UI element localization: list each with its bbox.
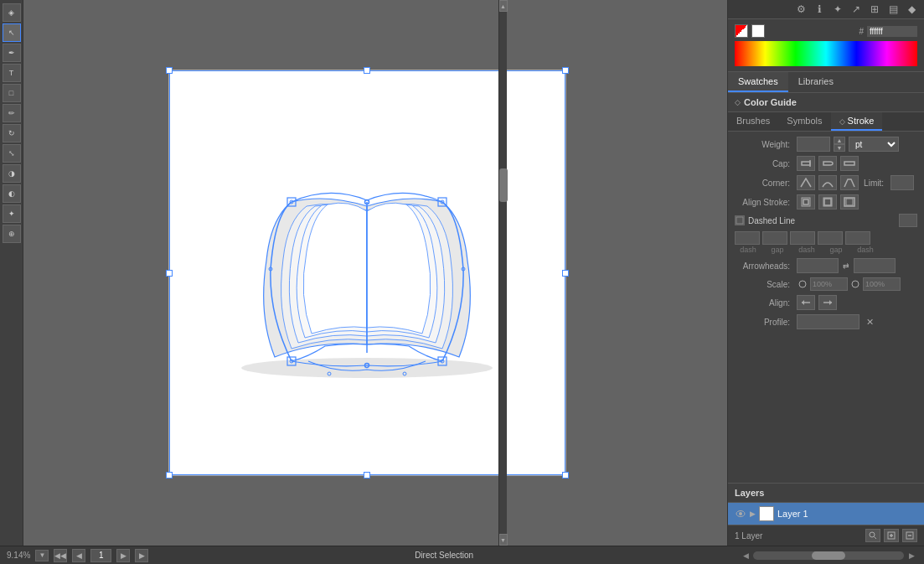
add-layer-btn[interactable] bbox=[884, 529, 899, 542]
gap1-input[interactable] bbox=[762, 231, 787, 245]
tab-libraries[interactable]: Libraries bbox=[788, 72, 844, 92]
weight-down-btn[interactable]: ▼ bbox=[834, 144, 845, 152]
panel-tabs: Swatches Libraries bbox=[728, 72, 924, 93]
corner-round-btn[interactable] bbox=[818, 175, 837, 190]
scroll-up-btn[interactable]: ▲ bbox=[499, 0, 508, 12]
align-center-btn[interactable] bbox=[797, 194, 815, 210]
nav-next-btn[interactable]: ▶ bbox=[116, 549, 130, 562]
search-layers-btn[interactable] bbox=[865, 529, 880, 542]
hex-label: # bbox=[859, 27, 864, 36]
align-inside-btn[interactable] bbox=[818, 194, 837, 210]
bottom-bar: 9.14% ▼ ◀◀ ◀ 1 ▶ ▶ Direct Selection ◀ ▶ bbox=[0, 546, 924, 564]
cap-butt-btn[interactable] bbox=[797, 156, 815, 171]
diamond-icon[interactable]: ◆ bbox=[904, 2, 919, 17]
hex-input[interactable]: ffffff bbox=[867, 26, 917, 37]
dashed-options-btn[interactable] bbox=[899, 214, 917, 227]
handle-ml[interactable] bbox=[166, 270, 173, 277]
handle-bl[interactable] bbox=[166, 472, 173, 479]
corner-bevel-btn[interactable] bbox=[840, 175, 859, 190]
dash1-input[interactable] bbox=[735, 231, 760, 245]
zoom-level: 9.14% bbox=[7, 551, 30, 560]
tab-symbols[interactable]: Symbols bbox=[778, 112, 830, 131]
handle-bm[interactable] bbox=[364, 472, 370, 479]
stroke-color-swatch[interactable] bbox=[735, 24, 748, 38]
weight-select[interactable]: pt px bbox=[849, 137, 899, 152]
book-illustration bbox=[208, 160, 526, 386]
gear-icon[interactable]: ⚙ bbox=[793, 2, 808, 17]
radial-icon[interactable]: ✦ bbox=[830, 2, 845, 17]
weight-input[interactable] bbox=[797, 137, 830, 152]
layer-eye-icon[interactable] bbox=[735, 508, 746, 520]
layer-expand-btn[interactable]: ▶ bbox=[750, 510, 756, 518]
blend-tool[interactable]: ◑ bbox=[3, 164, 21, 183]
handle-mr[interactable] bbox=[562, 270, 569, 277]
gradient-tool[interactable]: ◐ bbox=[3, 184, 21, 203]
fill-color-swatch[interactable] bbox=[751, 24, 765, 38]
scale-tool[interactable]: ⤡ bbox=[3, 144, 21, 163]
rotate-tool[interactable]: ↻ bbox=[3, 124, 21, 142]
align-stroke-label: Align Stroke: bbox=[735, 198, 793, 207]
dash2-input[interactable] bbox=[790, 231, 815, 245]
brush-tool[interactable]: ✏ bbox=[3, 104, 21, 122]
layer-row[interactable]: ▶ Layer 1 bbox=[728, 503, 924, 525]
align-start-btn[interactable] bbox=[797, 295, 815, 310]
scroll-down-btn[interactable]: ▼ bbox=[499, 534, 508, 546]
layer-thumbnail bbox=[759, 506, 774, 521]
weight-up-btn[interactable]: ▲ bbox=[834, 137, 845, 144]
svg-rect-23 bbox=[846, 199, 853, 205]
tab-swatches[interactable]: Swatches bbox=[728, 72, 788, 92]
handle-tl[interactable] bbox=[166, 67, 173, 74]
nav-first-btn[interactable]: ◀◀ bbox=[54, 549, 67, 562]
profile-select[interactable] bbox=[797, 314, 859, 329]
dash3-input[interactable] bbox=[845, 231, 870, 245]
scroll-bar[interactable] bbox=[753, 551, 904, 560]
arrowheads-label: Arrowheads: bbox=[735, 261, 793, 271]
grid-icon[interactable]: ⊞ bbox=[867, 2, 882, 17]
align-end-btn[interactable] bbox=[818, 295, 837, 310]
right-panel: ⚙ ℹ ✦ ↗ ⊞ ▤ ◆ # ffffff Swatches Librarie… bbox=[727, 0, 924, 546]
export-icon[interactable]: ↗ bbox=[849, 2, 864, 17]
tab-brushes[interactable]: Brushes bbox=[728, 112, 778, 131]
arrow-start-select[interactable] bbox=[797, 258, 839, 273]
scale-sync2-icon bbox=[849, 278, 861, 290]
handle-tm[interactable] bbox=[364, 67, 370, 74]
nav-last-btn[interactable]: ▶ bbox=[135, 549, 148, 562]
cap-square-btn[interactable] bbox=[840, 156, 859, 171]
stroke-panel: Weight: ▲ ▼ pt px Cap: bbox=[728, 132, 924, 483]
scale-end-input[interactable]: 100% bbox=[863, 277, 901, 291]
scroll-thumb[interactable] bbox=[499, 168, 508, 202]
profile-flip-btn[interactable]: ✕ bbox=[863, 315, 876, 329]
cap-round-btn[interactable] bbox=[818, 156, 837, 171]
handle-br[interactable] bbox=[562, 472, 569, 479]
dash-label-1: dash bbox=[735, 246, 761, 254]
nav-arrow-left[interactable]: ◀ bbox=[740, 550, 751, 561]
handle-tr[interactable] bbox=[562, 67, 569, 74]
select-tool[interactable]: ◈ bbox=[3, 3, 21, 22]
arrow-swap-btn[interactable]: ⇄ bbox=[840, 260, 852, 272]
tab-stroke[interactable]: ◇ Stroke bbox=[831, 112, 883, 131]
scale-start-input[interactable]: 100% bbox=[810, 277, 848, 291]
align-outside-btn[interactable] bbox=[840, 194, 859, 210]
corner-miter-btn[interactable] bbox=[797, 175, 815, 190]
profile-label: Profile: bbox=[735, 318, 793, 327]
pen-tool[interactable]: ✒ bbox=[3, 44, 21, 62]
limit-input[interactable] bbox=[890, 175, 914, 190]
nav-prev-btn[interactable]: ◀ bbox=[72, 549, 85, 562]
eyedropper-tool[interactable]: ✦ bbox=[3, 204, 21, 223]
direct-select-tool[interactable]: ↖ bbox=[3, 23, 21, 42]
svg-point-33 bbox=[739, 512, 742, 515]
info-icon[interactable]: ℹ bbox=[812, 2, 827, 17]
zoom-tool[interactable]: ⊕ bbox=[3, 225, 21, 243]
page-input[interactable]: 1 bbox=[90, 549, 111, 562]
zoom-dropdown-btn[interactable]: ▼ bbox=[35, 550, 49, 561]
color-guide-section[interactable]: ◇ Color Guide bbox=[728, 93, 924, 112]
type-tool[interactable]: T bbox=[3, 64, 21, 82]
rect-tool[interactable]: □ bbox=[3, 84, 21, 102]
dashed-checkbox[interactable] bbox=[735, 215, 745, 225]
delete-layer-btn[interactable] bbox=[902, 529, 917, 542]
stack-icon[interactable]: ▤ bbox=[885, 2, 901, 17]
gap2-input[interactable] bbox=[818, 231, 843, 245]
arrow-end-select[interactable] bbox=[854, 258, 896, 273]
nav-arrow-right[interactable]: ▶ bbox=[906, 550, 917, 561]
color-gradient[interactable] bbox=[735, 41, 917, 66]
